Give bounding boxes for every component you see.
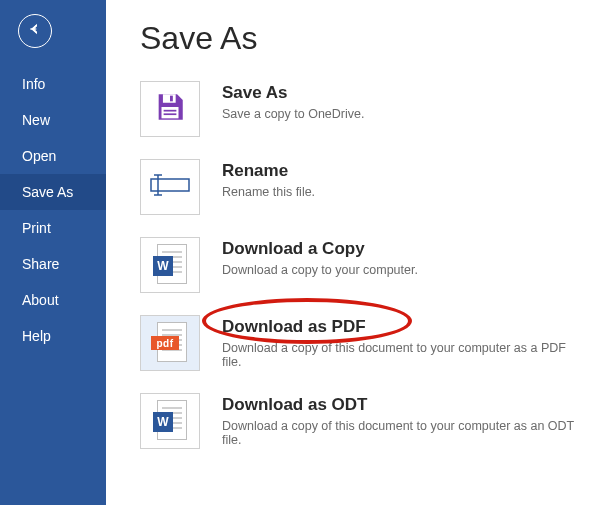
option-download-copy[interactable]: W Download a Copy Download a copy to you… [140,231,584,309]
svg-rect-0 [163,94,176,103]
option-desc: Save a copy to OneDrive. [222,107,364,121]
word-doc-icon: W [153,244,187,286]
svg-rect-5 [151,179,189,191]
save-as-thumb [140,81,200,137]
backstage-window: Info New Open Save As Print Share About … [0,0,600,505]
option-title: Download as PDF [222,317,584,337]
option-save-as[interactable]: Save As Save a copy to OneDrive. [140,75,584,153]
sidebar-item-label: Print [22,220,51,236]
option-desc: Download a copy of this document to your… [222,341,584,369]
main-panel: Save As Save As Save a copy to OneDrive.… [106,0,600,505]
option-text: Download as PDF Download a copy of this … [222,315,584,369]
svg-rect-1 [170,96,173,102]
option-title: Download a Copy [222,239,418,259]
sidebar-item-print[interactable]: Print [0,210,106,246]
option-title: Download as ODT [222,395,584,415]
option-text: Download as ODT Download a copy of this … [222,393,584,447]
sidebar-item-label: Share [22,256,59,272]
sidebar-item-label: Info [22,76,45,92]
pdf-doc-icon: pdf [153,322,187,364]
option-download-odt[interactable]: W Download as ODT Download a copy of thi… [140,387,584,465]
svg-rect-2 [162,107,179,118]
download-odt-thumb: W [140,393,200,449]
svg-rect-3 [164,110,177,112]
download-pdf-thumb: pdf [140,315,200,371]
sidebar-item-new[interactable]: New [0,102,106,138]
odt-doc-icon: W [153,400,187,442]
option-title: Save As [222,83,364,103]
option-desc: Download a copy of this document to your… [222,419,584,447]
option-title: Rename [222,161,315,181]
option-rename[interactable]: Rename Rename this file. [140,153,584,231]
sidebar-item-label: Help [22,328,51,344]
sidebar-item-label: Open [22,148,56,164]
option-desc: Download a copy to your computer. [222,263,418,277]
page-title: Save As [140,20,584,57]
svg-rect-4 [164,113,177,115]
sidebar-item-save-as[interactable]: Save As [0,174,106,210]
sidebar-item-help[interactable]: Help [0,318,106,354]
sidebar-item-open[interactable]: Open [0,138,106,174]
sidebar-item-about[interactable]: About [0,282,106,318]
sidebar-item-info[interactable]: Info [0,66,106,102]
sidebar-item-label: Save As [22,184,73,200]
back-button[interactable] [18,14,52,48]
option-text: Download a Copy Download a copy to your … [222,237,418,277]
rename-icon [150,173,190,201]
sidebar-item-share[interactable]: Share [0,246,106,282]
download-copy-thumb: W [140,237,200,293]
option-text: Rename Rename this file. [222,159,315,199]
option-desc: Rename this file. [222,185,315,199]
sidebar: Info New Open Save As Print Share About … [0,0,106,505]
back-arrow-icon [27,21,43,41]
floppy-disk-icon [153,90,187,128]
option-download-pdf[interactable]: pdf Download as PDF Download a copy of t… [140,309,584,387]
sidebar-item-label: New [22,112,50,128]
option-text: Save As Save a copy to OneDrive. [222,81,364,121]
sidebar-item-label: About [22,292,59,308]
rename-thumb [140,159,200,215]
